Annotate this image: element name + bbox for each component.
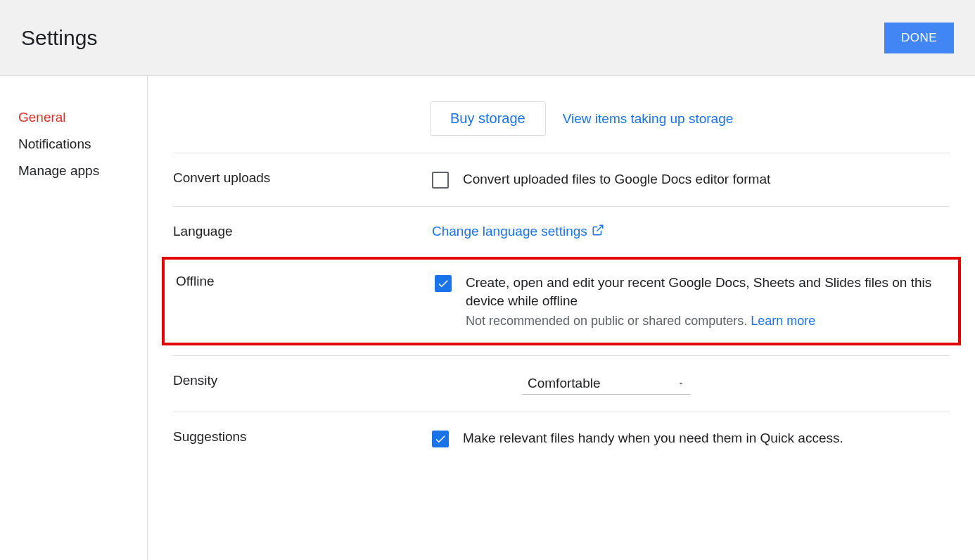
view-storage-link[interactable]: View items taking up storage (563, 111, 734, 127)
offline-checkbox-row: Create, open and edit your recent Google… (435, 274, 947, 329)
offline-section: Offline Create, open and edit your recen… (176, 274, 947, 329)
done-button[interactable]: DONE (884, 23, 954, 53)
sidebar-item-general[interactable]: General (0, 104, 147, 131)
settings-sidebar: General Notifications Manage apps (0, 76, 148, 560)
svg-line-0 (597, 225, 602, 231)
density-select[interactable]: Comfortable (522, 373, 691, 395)
density-title: Density (173, 373, 432, 395)
change-language-label: Change language settings (432, 224, 587, 239)
suggestions-section: Suggestions Make relevant files handy wh… (173, 412, 950, 465)
buy-storage-button[interactable]: Buy storage (430, 101, 546, 136)
suggestions-checkbox-row: Make relevant files handy when you need … (432, 429, 843, 448)
convert-uploads-section: Convert uploads Convert uploaded files t… (173, 153, 950, 206)
offline-subtext: Not recommended on public or shared comp… (466, 314, 751, 328)
convert-checkbox[interactable] (432, 172, 449, 189)
change-language-link[interactable]: Change language settings (432, 224, 604, 240)
settings-content: Buy storage View items taking up storage… (148, 76, 975, 560)
convert-checkbox-label: Convert uploaded files to Google Docs ed… (463, 170, 770, 189)
offline-highlight-box: Offline Create, open and edit your recen… (162, 257, 961, 345)
convert-uploads-title: Convert uploads (173, 170, 432, 189)
open-external-icon (592, 224, 604, 240)
language-title: Language (173, 224, 432, 240)
convert-checkbox-row: Convert uploaded files to Google Docs ed… (432, 170, 770, 189)
suggestions-title: Suggestions (173, 429, 432, 448)
offline-checkbox-label: Create, open and edit your recent Google… (466, 274, 947, 311)
suggestions-checkbox[interactable] (432, 431, 449, 447)
offline-subtext-row: Not recommended on public or shared comp… (466, 314, 947, 329)
offline-title: Offline (176, 274, 435, 329)
density-section: Density Comfortable (173, 355, 950, 412)
offline-learn-more-link[interactable]: Learn more (751, 314, 815, 328)
page-title: Settings (21, 26, 97, 50)
offline-text-block: Create, open and edit your recent Google… (466, 274, 947, 329)
sidebar-item-manage-apps[interactable]: Manage apps (0, 158, 147, 184)
main-container: General Notifications Manage apps Buy st… (0, 76, 975, 560)
offline-checkbox[interactable] (435, 275, 452, 292)
settings-header: Settings DONE (0, 0, 975, 76)
sidebar-item-notifications[interactable]: Notifications (0, 131, 147, 158)
language-section: Language Change language settings (173, 206, 950, 257)
density-value: Comfortable (528, 376, 601, 391)
suggestions-checkbox-label: Make relevant files handy when you need … (463, 429, 843, 448)
dropdown-arrow-icon (677, 376, 685, 391)
storage-row: Buy storage View items taking up storage (430, 90, 950, 153)
